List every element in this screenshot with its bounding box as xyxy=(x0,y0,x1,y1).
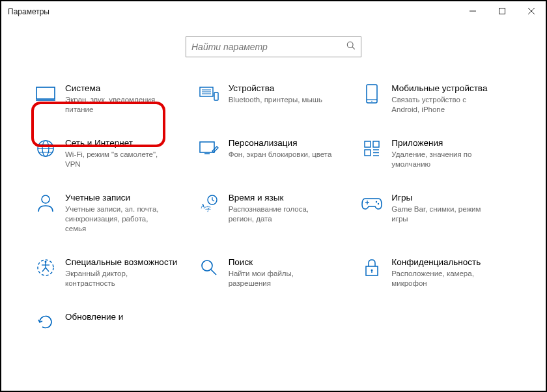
search-container xyxy=(3,36,544,57)
display-icon xyxy=(35,83,56,104)
tile-title: Поиск xyxy=(229,257,333,268)
svg-rect-23 xyxy=(365,141,371,147)
accessibility-icon xyxy=(35,257,56,278)
window-controls xyxy=(458,1,546,21)
personalization-icon xyxy=(199,138,219,159)
lock-icon xyxy=(361,257,382,278)
tile-devices[interactable]: Устройства Bluetooth, принтеры, мышь xyxy=(199,83,349,115)
tile-title: Сеть и Интернет xyxy=(65,138,169,148)
tile-sub: Удаление, значения по умолчанию xyxy=(391,150,496,169)
svg-point-40 xyxy=(45,261,47,263)
tile-title: Система xyxy=(65,83,169,94)
tile-title: Учетные записи xyxy=(65,193,169,203)
tile-sub: Фон, экран блокировки, цвета xyxy=(229,150,332,160)
search-icon xyxy=(346,41,356,53)
window-title: Параметры xyxy=(8,7,49,16)
tile-sub: Расположение, камера, микрофон xyxy=(391,269,496,288)
gamepad-icon xyxy=(361,193,382,214)
svg-point-36 xyxy=(378,203,379,204)
svg-point-4 xyxy=(347,42,353,48)
tile-sub: Учетные записи, эл. почта, синхронизация… xyxy=(65,204,169,234)
person-icon xyxy=(35,193,56,214)
svg-rect-12 xyxy=(214,92,218,100)
content-area: Система Экран, звук, уведомления, питани… xyxy=(3,22,544,389)
svg-rect-25 xyxy=(365,150,371,156)
tile-search[interactable]: Поиск Найти мои файлы, разрешения xyxy=(199,257,349,288)
search-input[interactable] xyxy=(191,42,356,52)
tile-gaming[interactable]: Игры Game Bar, снимки, режим игры xyxy=(361,193,512,234)
apps-icon xyxy=(361,138,382,159)
svg-line-43 xyxy=(211,270,216,275)
tile-title: Мобильные устройства xyxy=(391,83,496,94)
tile-update[interactable]: Обновление и xyxy=(35,312,186,333)
tile-title: Специальные возможности xyxy=(65,257,177,268)
tile-personalization[interactable]: Персонализация Фон, экран блокировки, цв… xyxy=(199,138,349,169)
close-button[interactable] xyxy=(516,1,546,21)
tile-time-language[interactable]: A字 Время и язык Распознавание голоса, ре… xyxy=(199,193,349,234)
svg-rect-1 xyxy=(499,8,505,14)
svg-point-42 xyxy=(202,260,212,271)
tile-title: Конфиденциальность xyxy=(391,257,496,268)
tile-network[interactable]: Сеть и Интернет Wi-Fi, режим "в самолете… xyxy=(35,138,186,169)
svg-rect-24 xyxy=(373,141,379,147)
svg-rect-6 xyxy=(36,87,55,99)
tile-system[interactable]: Система Экран, звук, уведомления, питани… xyxy=(35,83,186,115)
svg-text:字: 字 xyxy=(205,206,211,212)
svg-point-35 xyxy=(376,201,377,203)
tile-title: Персонализация xyxy=(229,138,332,148)
maximize-button[interactable] xyxy=(487,1,516,21)
tile-sub: Найти мои файлы, разрешения xyxy=(229,269,333,288)
keyboard-icon xyxy=(199,83,219,104)
tile-title: Приложения xyxy=(391,138,496,148)
svg-point-29 xyxy=(42,195,49,203)
svg-line-32 xyxy=(212,200,214,201)
tile-sub: Wi-Fi, режим "в самолете", VPN xyxy=(65,150,169,169)
tile-sub: Bluetooth, принтеры, мышь xyxy=(229,95,322,105)
search-icon xyxy=(199,257,219,278)
tile-phone[interactable]: Мобильные устройства Связать устройство … xyxy=(361,83,512,115)
tile-apps[interactable]: Приложения Удаление, значения по умолчан… xyxy=(361,138,512,169)
search-box[interactable] xyxy=(186,36,361,57)
tile-sub: Распознавание голоса, регион, дата xyxy=(229,204,333,224)
tile-sub: Экран, звук, уведомления, питание xyxy=(65,95,169,115)
settings-grid: Система Экран, звук, уведомления, питани… xyxy=(3,83,544,333)
tile-sub: Связать устройство с Android, iPhone xyxy=(391,95,496,115)
svg-rect-13 xyxy=(367,85,377,103)
phone-icon xyxy=(361,83,382,104)
tile-title: Обновление и xyxy=(65,312,123,322)
tile-title: Игры xyxy=(391,193,496,203)
time-language-icon: A字 xyxy=(199,193,219,214)
tile-sub: Экранный диктор, контрастность xyxy=(65,269,169,288)
globe-icon xyxy=(35,138,56,159)
tile-title: Время и язык xyxy=(229,193,333,203)
svg-point-15 xyxy=(372,101,373,102)
minimize-button[interactable] xyxy=(458,1,487,21)
tile-title: Устройства xyxy=(229,83,322,94)
svg-line-5 xyxy=(352,47,355,49)
update-icon xyxy=(35,312,56,333)
tile-privacy[interactable]: Конфиденциальность Расположение, камера,… xyxy=(361,257,512,288)
tile-accounts[interactable]: Учетные записи Учетные записи, эл. почта… xyxy=(35,193,186,234)
tile-sub: Game Bar, снимки, режим игры xyxy=(391,204,496,224)
tile-ease-of-access[interactable]: Специальные возможности Экранный диктор,… xyxy=(35,257,186,288)
